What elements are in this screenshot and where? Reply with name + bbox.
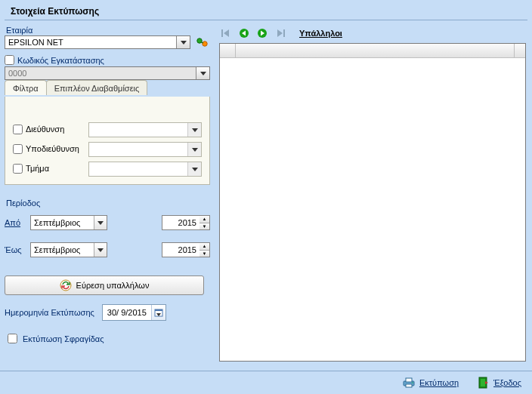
- svg-point-2: [203, 42, 207, 46]
- chevron-down-icon[interactable]: [187, 162, 201, 176]
- filter-subaddress-dropdown[interactable]: [88, 142, 202, 157]
- install-code-label: Κωδικός Εγκατάστασης: [17, 56, 104, 65]
- employees-title: Υπάλληλοι: [299, 29, 342, 38]
- year-spinner[interactable]: ▲▼: [200, 215, 210, 230]
- grid-header: [220, 44, 525, 58]
- period-label: Περίοδος: [6, 199, 210, 208]
- period-to-year[interactable]: 2015: [162, 242, 200, 257]
- svg-marker-4: [192, 128, 198, 132]
- svg-marker-19: [277, 29, 283, 37]
- print-date-picker[interactable]: 30/ 9/2015: [102, 304, 166, 321]
- nav-last-icon[interactable]: [274, 26, 287, 40]
- exit-button-label: Έξοδος: [493, 378, 521, 387]
- filter-department-label: Τμήμα: [26, 164, 49, 173]
- svg-marker-0: [181, 41, 187, 45]
- tab-extra[interactable]: Επιπλέον Διαβαθμίσεις: [46, 80, 148, 95]
- filter-subaddress-label: Υποδιεύθυνση: [26, 144, 79, 153]
- employees-grid[interactable]: [219, 43, 526, 362]
- chevron-down-icon[interactable]: [187, 143, 201, 156]
- period-from-year[interactable]: 2015: [162, 215, 200, 230]
- refresh-icon: [60, 279, 72, 291]
- chevron-down-icon[interactable]: [94, 243, 107, 257]
- svg-rect-13: [221, 29, 223, 37]
- filter-department-dropdown[interactable]: [88, 162, 202, 177]
- chevron-down-icon[interactable]: [176, 36, 190, 48]
- period-to-month[interactable]: Σεπτέμβριος: [30, 242, 107, 257]
- nav-prev-icon[interactable]: [237, 26, 251, 40]
- chevron-down-icon[interactable]: [94, 216, 107, 229]
- company-value: EPSILON NET: [5, 38, 176, 47]
- spinner-up-icon[interactable]: ▲: [200, 243, 209, 251]
- svg-marker-7: [97, 221, 104, 225]
- svg-rect-20: [283, 29, 285, 37]
- filter-subaddress-check[interactable]: Υποδιεύθυνση: [13, 144, 88, 154]
- printer-icon: [403, 377, 415, 388]
- chevron-down-icon: [196, 67, 209, 79]
- install-code-value: 0000: [5, 69, 196, 78]
- svg-rect-23: [406, 384, 412, 387]
- svg-marker-5: [192, 148, 198, 152]
- install-code-check-input[interactable]: [5, 55, 14, 65]
- print-date-value: 30/ 9/2015: [103, 308, 151, 317]
- year-spinner[interactable]: ▲▼: [200, 242, 210, 257]
- exit-button[interactable]: Έξοδος: [478, 377, 521, 389]
- install-code-dropdown: 0000: [5, 66, 210, 80]
- spinner-down-icon[interactable]: ▼: [200, 223, 209, 230]
- company-label: Εταιρία: [6, 26, 210, 35]
- nav-first-icon[interactable]: [219, 26, 233, 40]
- period-from-label: Από: [5, 218, 30, 227]
- search-employees-label: Εύρεση υπαλλήλων: [76, 281, 150, 290]
- install-code-checkbox[interactable]: Κωδικός Εγκατάστασης: [5, 55, 210, 65]
- exit-icon: [478, 377, 489, 389]
- svg-marker-8: [97, 248, 104, 252]
- company-link-icon[interactable]: [195, 35, 210, 49]
- period-to-label: Έως: [5, 245, 30, 254]
- spinner-down-icon[interactable]: ▼: [200, 251, 209, 257]
- stamp-checkbox[interactable]: Εκτύπωση Σφραγίδας: [5, 331, 210, 346]
- print-button-label: Εκτύπωση: [419, 378, 459, 387]
- print-date-label: Ημερομηνία Εκτύπωσης: [5, 308, 94, 317]
- stamp-checkbox-label: Εκτύπωση Σφραγίδας: [23, 334, 104, 343]
- filter-address-dropdown[interactable]: [88, 122, 202, 137]
- spinner-up-icon[interactable]: ▲: [200, 216, 209, 223]
- svg-point-24: [412, 382, 413, 383]
- page-title: Στοιχεία Εκτύπωσης: [0, 0, 532, 18]
- svg-rect-22: [406, 378, 412, 382]
- search-employees-button[interactable]: Εύρεση υπαλλήλων: [5, 275, 204, 295]
- svg-marker-6: [192, 168, 198, 171]
- svg-rect-26: [481, 379, 485, 386]
- chevron-down-icon[interactable]: [187, 123, 201, 137]
- calendar-chevron-icon[interactable]: [151, 305, 165, 320]
- company-dropdown[interactable]: EPSILON NET: [5, 35, 190, 49]
- svg-marker-14: [224, 29, 229, 37]
- tab-filters[interactable]: Φίλτρα: [5, 80, 47, 95]
- svg-marker-3: [200, 72, 206, 75]
- print-button[interactable]: Εκτύπωση: [403, 377, 459, 388]
- filter-address-label: Διεύθυνση: [26, 125, 64, 134]
- nav-next-icon[interactable]: [255, 26, 269, 40]
- filter-address-check[interactable]: Διεύθυνση: [13, 125, 88, 134]
- svg-rect-11: [155, 309, 162, 311]
- filter-department-check[interactable]: Τμήμα: [13, 164, 88, 174]
- period-from-month[interactable]: Σεπτέμβριος: [30, 215, 107, 230]
